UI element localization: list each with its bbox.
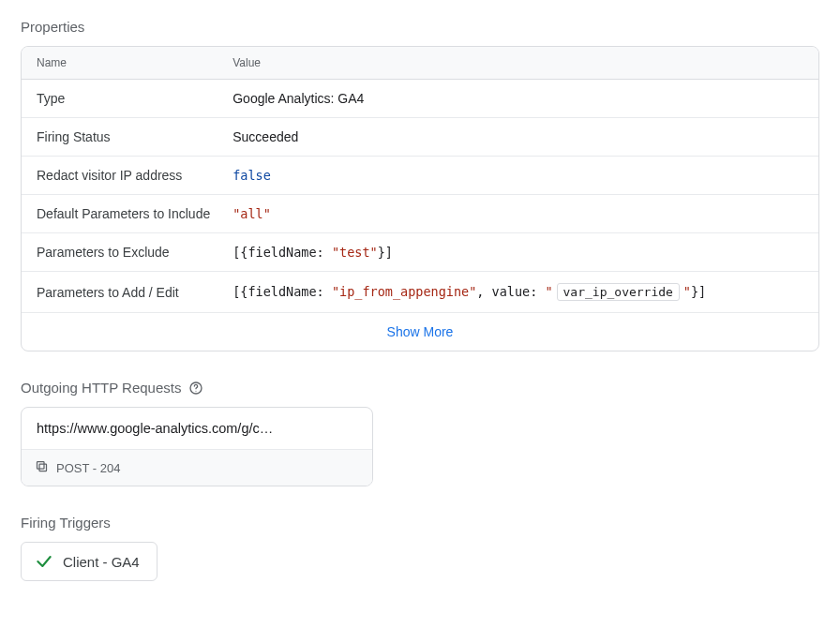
http-request-card[interactable]: https://www.google-analytics.com/g/c… PO…: [21, 407, 373, 486]
svg-point-1: [196, 390, 197, 391]
punct: }]: [378, 245, 393, 260]
table-row: Firing Status Succeeded: [22, 118, 818, 157]
trigger-label: Client - GA4: [63, 554, 140, 570]
prop-value: Succeeded: [218, 118, 818, 157]
prop-name: Parameters to Exclude: [22, 233, 218, 272]
triggers-list: Client - GA4: [21, 542, 819, 581]
prop-value: Google Analytics: GA4: [218, 80, 818, 118]
prop-name: Parameters to Add / Edit: [22, 272, 218, 313]
punct-quote: ": [683, 284, 691, 299]
firing-triggers-title: Firing Triggers: [21, 515, 819, 531]
prop-name: Type: [22, 80, 218, 118]
string-literal: "ip_from_appengine": [332, 284, 476, 299]
properties-title: Properties: [21, 19, 819, 35]
punct: [{fieldName:: [232, 245, 332, 260]
punct: [{fieldName:: [232, 284, 332, 299]
punct-quote: ": [545, 284, 552, 299]
punct: , value:: [476, 284, 545, 299]
bool-literal: false: [232, 168, 271, 183]
prop-name: Redact visitor IP address: [22, 157, 218, 195]
show-more-row: Show More: [22, 313, 818, 351]
http-method-status: POST - 204: [56, 461, 120, 475]
svg-rect-3: [38, 462, 45, 470]
string-literal: "all": [232, 206, 271, 221]
prop-value: false: [218, 157, 818, 195]
table-row: Parameters to Exclude [{fieldName: "test…: [22, 233, 818, 272]
show-more-link[interactable]: Show More: [387, 324, 454, 339]
prop-value: "all": [218, 195, 818, 233]
prop-value: [{fieldName: "test"}]: [218, 233, 818, 272]
prop-value: [{fieldName: "ip_from_appengine", value:…: [218, 272, 818, 313]
prop-name: Firing Status: [22, 118, 218, 157]
trigger-chip[interactable]: Client - GA4: [21, 542, 158, 581]
table-row: Default Parameters to Include "all": [22, 195, 818, 233]
col-value-header: Value: [218, 47, 818, 80]
http-requests-title-text: Outgoing HTTP Requests: [21, 380, 181, 396]
col-name-header: Name: [22, 47, 218, 80]
table-row: Redact visitor IP address false: [22, 157, 818, 195]
svg-rect-2: [39, 464, 47, 471]
table-row: Type Google Analytics: GA4: [22, 80, 818, 118]
http-requests-title: Outgoing HTTP Requests: [21, 380, 819, 396]
table-row: Parameters to Add / Edit [{fieldName: "i…: [22, 272, 818, 313]
prop-name: Default Parameters to Include: [22, 195, 218, 233]
punct: }]: [691, 284, 706, 299]
help-icon[interactable]: [188, 381, 203, 396]
http-request-url: https://www.google-analytics.com/g/c…: [22, 408, 372, 449]
copy-icon: [35, 459, 49, 476]
variable-chip[interactable]: var_ip_override: [557, 283, 680, 301]
check-icon: [35, 552, 53, 571]
http-request-meta: POST - 204: [22, 449, 372, 486]
string-literal: "test": [332, 245, 378, 260]
properties-table: Name Value Type Google Analytics: GA4 Fi…: [21, 46, 819, 351]
